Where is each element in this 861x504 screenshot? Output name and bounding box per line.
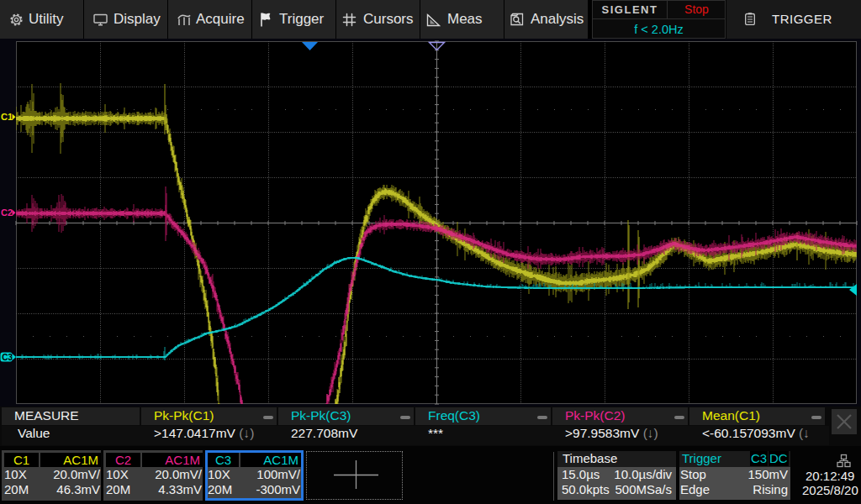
svg-text:C1: C1 (1, 112, 13, 122)
svg-text:C2: C2 (1, 207, 13, 218)
svg-text:C3: C3 (2, 353, 13, 362)
